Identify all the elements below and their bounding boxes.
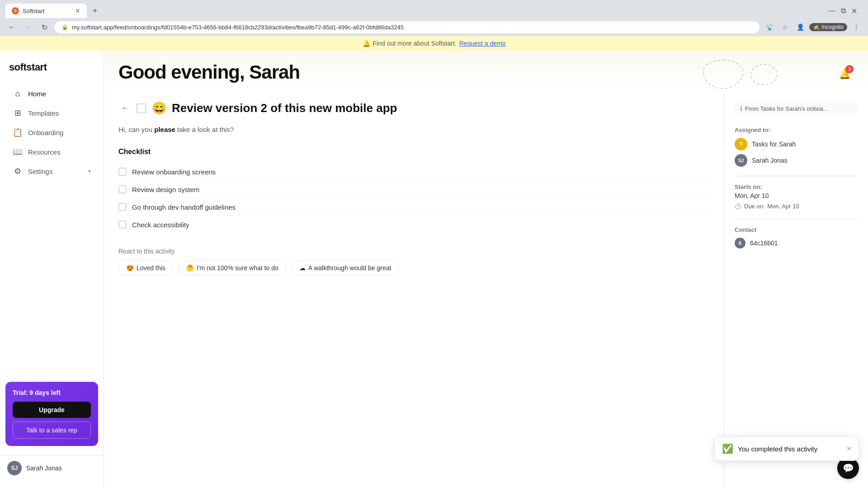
- page-header: Good evening, Sarah 🔔 3: [104, 51, 868, 90]
- resources-icon: 📖: [13, 147, 23, 157]
- assignee-sarah-avatar: SJ: [735, 154, 747, 167]
- checklist-title: Checklist: [118, 148, 709, 156]
- window-close[interactable]: ✕: [851, 7, 857, 15]
- checklist-item[interactable]: Go through dev handoff guidelines: [118, 198, 709, 216]
- sidebar-item-settings[interactable]: ⚙ Settings ▾: [4, 162, 100, 181]
- url-text: my.softstart.app/feed/onboardings/fd0155…: [72, 24, 752, 31]
- activity-main: ← 😄 Review version 2 of this new mobile …: [104, 90, 723, 488]
- info-icon: ℹ: [740, 105, 742, 112]
- upgrade-button[interactable]: Upgrade: [13, 402, 91, 418]
- starts-value: Mon, Apr 10: [735, 192, 857, 199]
- home-icon: ⌂: [13, 89, 23, 99]
- notification-bell[interactable]: 🔔 3: [835, 65, 854, 83]
- divider: [735, 176, 857, 176]
- checklist-checkbox-3[interactable]: [118, 203, 127, 211]
- templates-icon: ⊞: [13, 108, 23, 118]
- task-description: Hi, can you please take a look at this?: [118, 124, 709, 135]
- checklist-label-3: Go through dev handoff guidelines: [132, 203, 236, 211]
- react-section: React to this activity 😍 Loved this 🤔 I'…: [118, 248, 709, 276]
- sidebar-item-onboarding[interactable]: 📋 Onboarding: [4, 123, 100, 142]
- back-button[interactable]: ←: [118, 102, 131, 115]
- notif-emoji: 🔔: [363, 40, 370, 47]
- task-emoji: 😄: [152, 101, 166, 115]
- toast-text: You completed this activity: [738, 445, 842, 453]
- toast-notification: ✅ You completed this activity ×: [714, 436, 859, 461]
- contact-item: 6 64c16b01: [735, 238, 857, 249]
- window-maximize[interactable]: ⧉: [841, 7, 846, 15]
- clock-icon: 🕐: [735, 203, 741, 210]
- sidebar-logo: softstart: [0, 58, 104, 84]
- chat-icon: 💬: [843, 463, 854, 474]
- forward-nav-button[interactable]: →: [22, 21, 34, 33]
- sidebar-item-resources-label: Resources: [28, 148, 61, 156]
- assignee-tasks: T Tasks for Sarah: [735, 138, 857, 150]
- checklist-checkbox-2[interactable]: [118, 185, 127, 193]
- react-walkthrough-button[interactable]: ☁ A walkthrough would be great: [292, 260, 399, 276]
- toast-close-button[interactable]: ×: [846, 444, 851, 454]
- checklist-label-4: Check accessibility: [132, 221, 189, 229]
- address-bar[interactable]: 🔒 my.softstart.app/feed/onboardings/fd01…: [54, 21, 760, 33]
- react-notsure-button[interactable]: 🤔 I'm not 100% sure what to do: [179, 260, 286, 276]
- task-checkbox[interactable]: [137, 103, 146, 113]
- back-nav-button[interactable]: ←: [5, 21, 18, 33]
- sidebar-item-templates[interactable]: ⊞ Templates: [4, 103, 100, 122]
- settings-icon: ⚙: [13, 166, 23, 176]
- due-value: Mon, Apr 10: [768, 203, 799, 210]
- bell-badge: 3: [845, 65, 854, 73]
- user-name: Sarah Jonas: [26, 465, 62, 472]
- assigned-to-section: Assigned to: T Tasks for Sarah SJ Sarah …: [735, 127, 857, 167]
- checklist: Review onboarding screens Review design …: [118, 163, 709, 233]
- tab-title: Softstart: [23, 8, 44, 14]
- react-loved-button[interactable]: 😍 Loved this: [118, 260, 173, 276]
- sales-button[interactable]: Talk to a sales rep: [13, 422, 91, 439]
- starts-label: Starts on:: [735, 183, 857, 190]
- tab-favicon: S: [12, 7, 19, 14]
- checklist-label-1: Review onboarding screens: [132, 168, 216, 176]
- assigned-label: Assigned to:: [735, 127, 857, 133]
- notification-bar: 🔔 Find out more about Softstart. Request…: [0, 36, 868, 51]
- sidebar-item-templates-label: Templates: [28, 109, 59, 117]
- trial-box: Trial: 9 days left Upgrade Talk to a sal…: [5, 382, 98, 446]
- description-bold: please: [154, 126, 175, 133]
- from-tasks-info: ℹ From Tasks for Sarah's onboa...: [735, 101, 857, 116]
- notif-text: Find out more about Softstart.: [373, 40, 457, 47]
- bookmark-button[interactable]: ☆: [778, 21, 791, 33]
- sidebar-item-onboarding-label: Onboarding: [28, 129, 63, 136]
- loved-label: Loved this: [137, 264, 165, 272]
- notsure-emoji: 🤔: [186, 264, 194, 272]
- tab-close-button[interactable]: ✕: [75, 7, 80, 14]
- assignee-sarah-name: Sarah Jonas: [752, 157, 788, 164]
- incognito-badge: 🕵 Incognito: [809, 23, 847, 31]
- decorative-clouds: [703, 60, 778, 89]
- assignee-sarah: SJ Sarah Jonas: [735, 154, 857, 167]
- toast-success-icon: ✅: [722, 443, 733, 454]
- walkthrough-label: A walkthrough would be great: [308, 264, 392, 272]
- description-prefix: Hi, can you: [118, 126, 154, 133]
- sidebar-item-resources[interactable]: 📖 Resources: [4, 142, 100, 161]
- new-tab-button[interactable]: +: [89, 5, 101, 17]
- react-title: React to this activity: [118, 248, 709, 255]
- sidebar-item-settings-label: Settings: [28, 168, 52, 175]
- window-minimize[interactable]: —: [828, 7, 835, 15]
- due-label: Due on:: [744, 203, 765, 210]
- checklist-checkbox-1[interactable]: [118, 168, 127, 176]
- checklist-item[interactable]: Review design system: [118, 181, 709, 198]
- cast-button[interactable]: 📡: [763, 21, 776, 33]
- checklist-item[interactable]: Check accessibility: [118, 216, 709, 233]
- request-demo-link[interactable]: Request a demo: [459, 40, 506, 47]
- contact-label: Contact: [735, 226, 857, 233]
- loved-emoji: 😍: [126, 264, 134, 272]
- sidebar: softstart ⌂ Home ⊞ Templates 📋 Onboardin…: [0, 51, 104, 488]
- task-header: ← 😄 Review version 2 of this new mobile …: [118, 101, 709, 115]
- sidebar-item-home[interactable]: ⌂ Home: [4, 84, 100, 103]
- onboarding-icon: 📋: [13, 127, 23, 137]
- assignee-tasks-name: Tasks for Sarah: [752, 141, 796, 148]
- sidebar-user[interactable]: SJ Sarah Jonas: [0, 455, 104, 481]
- menu-button[interactable]: ⋮: [850, 21, 863, 33]
- checklist-item[interactable]: Review onboarding screens: [118, 163, 709, 181]
- avatar: SJ: [7, 461, 22, 475]
- profile-button[interactable]: 👤: [794, 21, 807, 33]
- refresh-button[interactable]: ↻: [38, 21, 51, 33]
- checklist-checkbox-4[interactable]: [118, 221, 127, 229]
- browser-tab[interactable]: S Softstart ✕: [5, 4, 87, 18]
